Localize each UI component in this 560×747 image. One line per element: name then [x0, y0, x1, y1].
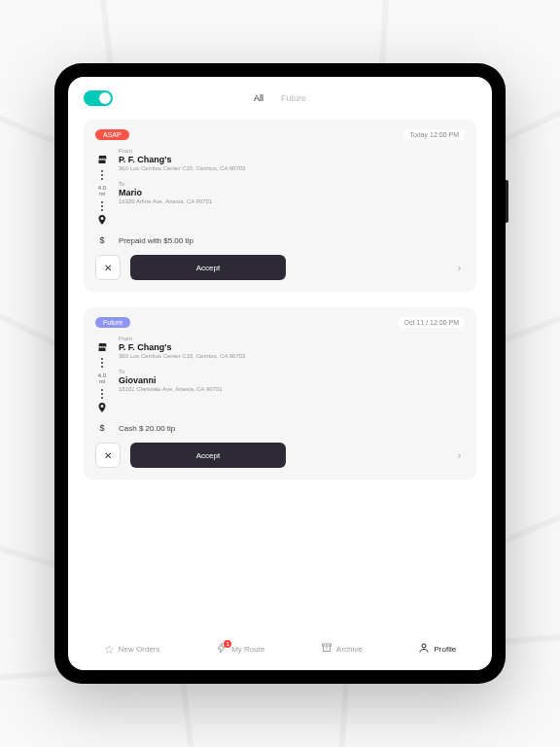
store-icon [96, 154, 108, 167]
person-icon [418, 642, 430, 657]
tablet-frame: All Future ASAP Today 12:00 PM [54, 63, 506, 684]
bottom-nav: ☆ New Orders 1 My Route Archive [68, 632, 492, 670]
status-badge: ASAP [95, 129, 129, 140]
nav-label: My Route [231, 645, 264, 654]
decline-button[interactable]: ✕ [95, 443, 121, 468]
online-toggle[interactable] [84, 90, 113, 106]
header: All Future [68, 77, 492, 114]
payment-text: Cash $ 20.00 tip [119, 424, 175, 433]
dollar-icon: $ [95, 235, 109, 245]
location-pin-icon [96, 402, 108, 415]
order-card: ASAP Today 12:00 PM 4.0 mi [84, 120, 476, 292]
to-label: To [119, 181, 465, 187]
status-badge: Future [95, 317, 130, 328]
distance-label: 4.0 mi [95, 373, 109, 384]
archive-icon [321, 642, 332, 657]
nav-new-orders[interactable]: ☆ New Orders [104, 643, 160, 657]
svg-point-1 [422, 644, 426, 648]
from-label: From [119, 148, 465, 154]
order-card: Future Oct 11 / 12:00 PM 4.0 mi [84, 307, 476, 480]
to-address: 16326 Arline Ave, Artesia, CA 90701 [119, 198, 465, 204]
decline-button[interactable]: ✕ [95, 255, 121, 280]
nav-label: Archive [336, 645, 363, 654]
nav-label: Profile [434, 645, 456, 654]
nav-profile[interactable]: Profile [418, 642, 456, 657]
chevron-right-icon[interactable]: › [458, 450, 465, 461]
accept-button[interactable]: Accept [130, 255, 286, 280]
chevron-right-icon[interactable]: › [458, 263, 465, 273]
from-address: 360 Los Cerritos Center C15, Cerritos, C… [119, 165, 465, 171]
to-name: Giovanni [119, 375, 465, 385]
location-pin-icon [96, 214, 108, 228]
route-icons: 4.0 mi [95, 148, 109, 228]
nav-archive[interactable]: Archive [321, 642, 363, 657]
screen: All Future ASAP Today 12:00 PM [68, 77, 492, 670]
route-icons: 4.0 mi [95, 336, 109, 415]
from-name: P. F. Chang's [119, 342, 465, 352]
from-label: From [119, 336, 465, 341]
from-address: 360 Los Cerritos Center C15, Cerritos, C… [119, 353, 465, 359]
to-name: Mario [119, 188, 465, 197]
nav-my-route[interactable]: 1 My Route [216, 642, 264, 657]
tab-future[interactable]: Future [281, 93, 306, 103]
to-address: 18101 Clarkdale Ave, Artesia, CA 90701 [119, 386, 465, 392]
svg-rect-0 [323, 644, 332, 646]
tab-all[interactable]: All [254, 93, 263, 103]
nav-label: New Orders [119, 645, 160, 654]
accept-button[interactable]: Accept [130, 443, 286, 468]
time-chip: Oct 11 / 12:00 PM [399, 317, 465, 328]
lightning-icon: 1 [216, 642, 228, 657]
star-icon: ☆ [104, 643, 115, 657]
dollar-icon: $ [95, 423, 109, 433]
nav-badge: 1 [224, 640, 231, 648]
payment-text: Prepaid with $5.00 tip [119, 236, 193, 245]
time-chip: Today 12:00 PM [403, 129, 465, 140]
distance-label: 4.0 mi [95, 185, 109, 196]
orders-list: ASAP Today 12:00 PM 4.0 mi [68, 114, 492, 632]
segment-tabs: All Future [113, 93, 447, 103]
from-name: P. F. Chang's [119, 155, 465, 164]
store-icon [96, 341, 108, 355]
to-label: To [119, 369, 465, 374]
